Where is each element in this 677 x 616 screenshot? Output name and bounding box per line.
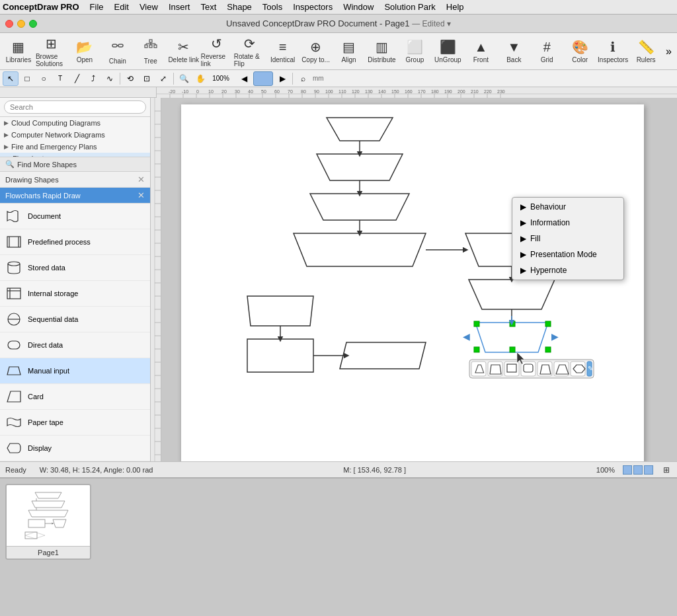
zoom-btn-3[interactable] <box>644 465 653 475</box>
shape-item-manual[interactable]: Manual input <box>0 358 150 384</box>
menu-file[interactable]: File <box>85 1 109 13</box>
svg-rect-6 <box>154 45 157 48</box>
drawing-shapes-tag[interactable]: Drawing Shapes ✕ <box>0 172 150 188</box>
flowcharts-rapid-draw-close-icon[interactable]: ✕ <box>138 190 145 200</box>
menu-window[interactable]: Window <box>338 1 379 13</box>
card-shape-icon <box>5 388 22 405</box>
menu-help[interactable]: Help <box>441 1 469 13</box>
find-more-shapes-button[interactable]: 🔍 Find More Shapes <box>0 157 150 172</box>
search-input[interactable] <box>4 100 146 114</box>
sidebar-section-network[interactable]: ▶ Computer Network Diagrams <box>0 129 150 141</box>
search-tool[interactable]: ⌕ <box>295 71 311 86</box>
browse-solutions-button[interactable]: ⊞ Browse Solutions <box>36 35 67 68</box>
flowcharts-rapid-draw-tag[interactable]: Flowcharts Rapid Draw ✕ <box>0 188 150 204</box>
copy-to-button[interactable]: ⊕ Copy to... <box>300 35 332 68</box>
rulers-label: Rulers <box>637 56 656 63</box>
distribute-icon: ▥ <box>376 39 388 55</box>
zoom-btn-1[interactable] <box>623 465 632 475</box>
ungroup-button[interactable]: ⬛ UnGroup <box>432 35 463 68</box>
rotate-flip-button[interactable]: ⟳ Rotate & Flip <box>234 35 266 68</box>
svg-rect-3 <box>149 40 152 42</box>
pan-tool[interactable]: ✋ <box>192 71 208 86</box>
distribute-button[interactable]: ▥ Distribute <box>366 35 397 68</box>
svg-rect-5 <box>149 45 152 48</box>
ellipse-tool[interactable]: ○ <box>36 71 52 86</box>
delete-link-button[interactable]: ✂ Delete link <box>168 35 200 68</box>
menu-text[interactable]: Text <box>195 1 221 13</box>
shape-item-internal[interactable]: Internal storage <box>0 281 150 307</box>
open-button[interactable]: 📂 Open <box>69 35 100 68</box>
fit-page-button[interactable]: ⊞ <box>661 465 672 475</box>
menu-view[interactable]: View <box>134 1 163 13</box>
ctx-presentation[interactable]: ▶ Presentation Mode <box>512 247 623 262</box>
sidebar-section-cloud[interactable]: ▶ Cloud Computing Diagrams <box>0 117 150 129</box>
title-bar: Unsaved ConceptDraw PRO Document - Page1… <box>0 15 677 33</box>
menu-tools[interactable]: Tools <box>257 1 288 13</box>
zoom-percent[interactable]: 100% <box>209 71 233 86</box>
color-button[interactable]: 🎨 Color <box>564 35 596 68</box>
text-tool[interactable]: T <box>52 71 68 86</box>
grid-button[interactable]: # Grid <box>531 35 563 68</box>
zoom-btn-2[interactable] <box>633 465 643 475</box>
chain-button[interactable]: Chain <box>102 35 134 68</box>
internal-shape-icon <box>5 285 22 302</box>
identical-button[interactable]: ≡ Identical <box>267 35 299 68</box>
select-tool[interactable]: ↖ <box>3 71 19 86</box>
drawing-shapes-close-icon[interactable]: ✕ <box>138 174 145 184</box>
browse-solutions-label: Browse Solutions <box>36 53 67 67</box>
ctx-hypernote[interactable]: ▶ Hypernote <box>512 262 623 278</box>
rotate-tool[interactable]: ⟲ <box>122 71 138 86</box>
shape-item-display[interactable]: Display <box>0 436 150 461</box>
align-button[interactable]: ▤ Align <box>333 35 365 68</box>
ctx-information[interactable]: ▶ Information <box>512 215 623 231</box>
inspectors-button[interactable]: ℹ Inspectors <box>597 35 629 68</box>
shape-item-predefined[interactable]: Predefined process <box>0 229 150 255</box>
shape-item-document[interactable]: Document <box>0 204 150 229</box>
front-button[interactable]: ▲ Front <box>465 35 497 68</box>
reverse-link-button[interactable]: ↺ Reverse link <box>201 35 233 68</box>
open-label: Open <box>77 56 93 63</box>
tree-button[interactable]: Tree <box>135 35 167 68</box>
maximize-button[interactable] <box>29 20 37 28</box>
zoom-in-tool[interactable]: 🔍 <box>176 71 192 86</box>
crop-tool[interactable]: ⊡ <box>139 71 155 86</box>
toolbar: ▦ Libraries ⊞ Browse Solutions 📂 Open Ch… <box>0 33 677 70</box>
shape-item-paper-tape[interactable]: Paper tape <box>0 410 150 436</box>
menu-insert[interactable]: Insert <box>163 1 196 13</box>
line-tool[interactable]: ╱ <box>69 71 85 86</box>
menu-shape[interactable]: Shape <box>221 1 257 13</box>
page-tab-page1[interactable]: Page1 <box>5 484 91 560</box>
libraries-button[interactable]: ▦ Libraries <box>3 35 34 68</box>
ctx-fill[interactable]: ▶ Fill <box>512 231 623 247</box>
menu-edit[interactable]: Edit <box>109 1 134 13</box>
group-button[interactable]: ⬜ Group <box>399 35 430 68</box>
rotate-flip-label: Rotate & Flip <box>234 53 266 67</box>
back-button[interactable]: ▼ Back <box>498 35 530 68</box>
shape-item-sequential[interactable]: Sequential data <box>0 307 150 332</box>
minimize-button[interactable] <box>17 20 25 28</box>
toolbar-more-button[interactable]: » <box>663 43 674 60</box>
shape-item-stored[interactable]: Stored data <box>0 255 150 281</box>
svg-text:100: 100 <box>325 89 333 94</box>
delete-link-label: Delete link <box>168 56 199 63</box>
ctx-behaviour[interactable]: ▶ Behaviour <box>512 199 623 215</box>
shape-item-card[interactable]: Card <box>0 384 150 410</box>
connector-tool[interactable]: ⤴ <box>85 71 101 86</box>
ruler-row: -20 -10 0 10 20 30 40 50 60 70 80 90 100… <box>0 87 677 98</box>
sidebar-section-fire[interactable]: ▶ Fire and Emergency Plans <box>0 141 150 153</box>
page-next-button[interactable]: ▶ <box>274 71 290 86</box>
canvas[interactable]: ◀ ▶ <box>161 98 677 461</box>
svg-text:150: 150 <box>391 89 399 94</box>
shape-item-direct[interactable]: Direct data <box>0 332 150 358</box>
menu-solution-park[interactable]: Solution Park <box>379 1 440 13</box>
close-button[interactable] <box>5 20 13 28</box>
menu-inspectors[interactable]: Inspectors <box>288 1 338 13</box>
paper-tape-shape-label: Paper tape <box>28 418 63 426</box>
direct-shape-icon <box>5 336 22 354</box>
svg-text:110: 110 <box>338 89 346 94</box>
bezier-tool[interactable]: ∿ <box>102 71 118 86</box>
rulers-button[interactable]: 📏 Rulers <box>630 35 662 68</box>
page-prev-button[interactable]: ◀ <box>236 71 252 86</box>
resize-tool[interactable]: ⤢ <box>155 71 171 86</box>
rectangle-tool[interactable]: □ <box>19 71 35 86</box>
